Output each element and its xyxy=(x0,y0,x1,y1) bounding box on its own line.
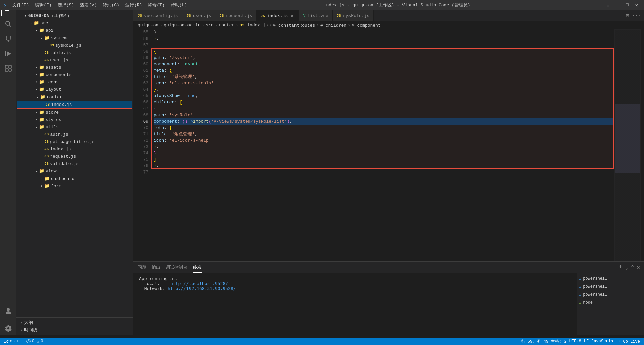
tree-item-index-utils[interactable]: JS index.js xyxy=(16,145,133,153)
tab-user-js[interactable]: JS user.js xyxy=(182,10,216,21)
menu-file[interactable]: 文件(F) xyxy=(10,1,32,9)
tab-list-vue[interactable]: V list.vue xyxy=(299,10,333,21)
breadcrumb-children[interactable]: ⊙ children xyxy=(320,23,346,28)
tree-item-sysrole-js[interactable]: JS sysRole.js xyxy=(16,42,133,49)
right-scrollbar[interactable] xyxy=(641,29,644,261)
menu-help[interactable]: 帮助(H) xyxy=(168,1,190,9)
local-url[interactable]: http://localhost:9528/ xyxy=(170,281,228,286)
menu-view[interactable]: 查看(V) xyxy=(77,1,99,9)
status-language[interactable]: JavaScript xyxy=(590,339,617,344)
activity-account[interactable] xyxy=(1,304,15,318)
tree-item-dashboard[interactable]: › 📁 dashboard xyxy=(16,175,133,182)
tree-item-router[interactable]: ▾ 📁 router xyxy=(17,93,132,101)
panel-tab-debug[interactable]: 调试控制台 xyxy=(166,262,187,273)
menu-run[interactable]: 运行(R) xyxy=(123,1,145,9)
tree-item-utils[interactable]: ▾ 📁 utils xyxy=(16,123,133,131)
menu-terminal[interactable]: 终端(T) xyxy=(145,1,167,9)
tree-item-table-js[interactable]: JS table.js xyxy=(16,49,133,56)
new-terminal-btn[interactable]: + xyxy=(619,264,622,271)
ln-76: 76 xyxy=(133,163,148,169)
status-errors[interactable]: ⓪ 0 ⚠ 0 xyxy=(25,339,45,344)
close-panel-btn[interactable]: ✕ xyxy=(637,264,640,271)
breadcrumb-admin[interactable]: guigu-oa-admin xyxy=(164,23,200,28)
sidebar: 资源管理器 ··· ▾ GUIGU-OA (工作区) ▾ 📁 src ▾ 📁 a… xyxy=(16,0,133,335)
status-eol[interactable]: LF xyxy=(583,339,590,344)
tree-item-src[interactable]: ▾ 📁 src xyxy=(16,19,133,27)
outline-section[interactable]: › 大纲 xyxy=(16,319,133,326)
terminal-item-powershell-1[interactable]: ⊟ powershell xyxy=(577,275,644,283)
menu-goto[interactable]: 转到(G) xyxy=(100,1,122,9)
split-editor-btn[interactable]: ⊟ xyxy=(626,12,629,19)
sep1: › xyxy=(160,23,162,28)
tree-item-index-js[interactable]: JS index.js xyxy=(17,101,132,108)
breadcrumb-guigu-oa[interactable]: guigu-oa xyxy=(138,23,158,28)
ln-69: 69 xyxy=(133,118,148,125)
components-arrow: › xyxy=(34,73,39,77)
activity-extensions[interactable] xyxy=(1,62,15,75)
menu-edit[interactable]: 编辑(E) xyxy=(32,1,54,9)
tree-item-request-js[interactable]: JS request.js xyxy=(16,153,133,160)
tree-item-components[interactable]: › 📁 components xyxy=(16,71,133,78)
minimize-btn[interactable]: — xyxy=(613,2,622,9)
tree-item-form[interactable]: › 📁 form xyxy=(16,182,133,190)
index-utils-label: index.js xyxy=(50,147,71,152)
code-line-60: component: Layout, xyxy=(154,61,614,67)
code-line-59: path: '/system', xyxy=(154,55,614,61)
panel-tab-terminal[interactable]: 终端 xyxy=(193,262,202,273)
tree-item-auth-js[interactable]: JS auth.js xyxy=(16,131,133,138)
activity-run[interactable] xyxy=(1,47,15,60)
panel-tab-problems[interactable]: 问题 xyxy=(138,262,146,273)
maximize-btn[interactable]: □ xyxy=(623,2,631,9)
breadcrumb-constant-routes[interactable]: ⊙ constantRoutes xyxy=(273,23,315,28)
tree-item-workspace[interactable]: ▾ GUIGU-OA (工作区) xyxy=(16,12,133,19)
index-tab-js-icon: JS xyxy=(261,14,265,18)
tree-item-layout[interactable]: › 📁 layout xyxy=(16,86,133,93)
tree-item-icons[interactable]: › 📁 icons xyxy=(16,78,133,86)
terminal-output[interactable]: App running at: - Local: http://localhos… xyxy=(133,273,577,335)
activity-search[interactable] xyxy=(1,17,15,31)
status-spaces[interactable]: 空格: 2 xyxy=(550,339,568,344)
maximize-panel-btn[interactable]: ⌃ xyxy=(631,264,634,271)
tab-vue-config[interactable]: JS vue.config.js xyxy=(133,10,182,21)
breadcrumb-router[interactable]: router xyxy=(219,23,234,28)
status-encoding[interactable]: UTF-8 xyxy=(568,339,583,344)
tree-item-api[interactable]: ▾ 📁 api xyxy=(16,27,133,34)
layout-btn[interactable]: ⊟ xyxy=(604,2,612,9)
breadcrumb-index-js[interactable]: JS index.js xyxy=(240,23,268,28)
tab-request-js[interactable]: JS request.js xyxy=(215,10,256,21)
code-line-77 xyxy=(154,169,614,176)
tree-item-store[interactable]: › 📁 store xyxy=(16,109,133,116)
close-btn[interactable]: ✕ xyxy=(633,2,641,9)
ln-55: 55 xyxy=(133,29,148,36)
status-position[interactable]: 行 69, 列 49 xyxy=(520,339,550,344)
terminal-item-powershell-2[interactable]: ⊟ powershell xyxy=(577,283,644,291)
activity-source-control[interactable] xyxy=(1,32,15,46)
menu-select[interactable]: 选择(S) xyxy=(55,1,77,9)
split-terminal-btn[interactable]: ⌄ xyxy=(625,264,628,271)
timeline-section[interactable]: › 时间线 xyxy=(16,326,133,334)
more-tabs-btn[interactable]: ··· xyxy=(632,13,641,19)
user-tab-js-icon: JS xyxy=(186,14,191,18)
tree-item-get-page-title[interactable]: JS get-page-title.js xyxy=(16,138,133,145)
status-branch[interactable]: ⎇ main xyxy=(3,339,21,344)
tab-index-js[interactable]: JS index.js ✕ xyxy=(257,10,299,21)
breadcrumb-component[interactable]: ⊙ component xyxy=(352,23,381,28)
ln-68: 68 xyxy=(133,112,148,118)
breadcrumb-src[interactable]: src xyxy=(206,23,213,28)
terminal-item-powershell-3[interactable]: ⊟ powershell xyxy=(577,291,644,299)
tab-sysrole-js[interactable]: JS sysRole.js xyxy=(333,10,374,21)
tree-item-validate-js[interactable]: JS validate.js xyxy=(16,160,133,167)
tree-item-user-js[interactable]: JS user.js xyxy=(16,56,133,64)
code-content[interactable]: ) }, { path: '/system', component: Layou… xyxy=(151,29,614,261)
tree-item-assets[interactable]: › 📁 assets xyxy=(16,64,133,71)
tab-index-close[interactable]: ✕ xyxy=(290,13,294,19)
network-url[interactable]: http://192.168.31.90:9528/ xyxy=(168,286,236,291)
terminal-item-node[interactable]: ⊟ node xyxy=(577,299,644,307)
panel-tab-output[interactable]: 输出 xyxy=(152,262,160,273)
tree-item-system[interactable]: ▾ 📁 system xyxy=(16,34,133,42)
activity-settings[interactable] xyxy=(1,322,15,335)
tree-item-styles[interactable]: › 📁 styles xyxy=(16,116,133,123)
svg-rect-12 xyxy=(9,69,11,71)
status-live[interactable]: ⚡ Go Live xyxy=(617,339,641,344)
tree-item-views[interactable]: ▾ 📁 views xyxy=(16,167,133,175)
